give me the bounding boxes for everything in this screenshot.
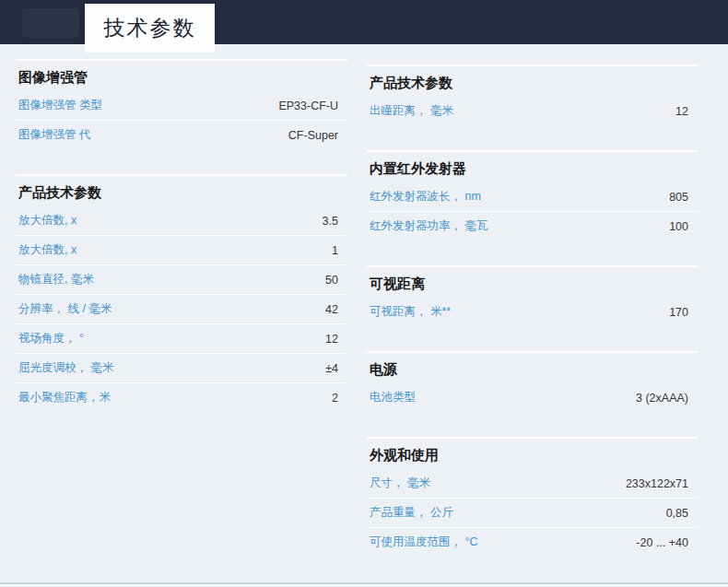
section-heading: 产品技术参数 xyxy=(18,182,347,202)
spec-label-link[interactable]: 图像增强管 类型 xyxy=(18,98,102,113)
spec-row: 视场角度， °12 xyxy=(16,323,347,353)
section-rows: 红外发射器波长， nm805红外发射器功率， 毫瓦100 xyxy=(367,182,698,241)
spec-row: 分辨率， 线 / 毫米42 xyxy=(16,294,347,323)
spec-label-link[interactable]: 放大倍数, x xyxy=(18,213,76,229)
section-rows: 尺寸， 毫米233x122x71产品重量， 公斤0,85可使用温度范围， °C-… xyxy=(367,469,698,557)
spec-label-link[interactable]: 可视距离， 米** xyxy=(370,304,451,320)
spec-row: 可使用温度范围， °C-20 ... +40 xyxy=(367,527,698,557)
spec-label-link[interactable]: 红外发射器功率， 毫瓦 xyxy=(370,218,487,234)
spec-value: 3.5 xyxy=(323,215,338,228)
spec-value: 805 xyxy=(669,191,688,204)
spec-value: 12 xyxy=(325,333,338,346)
spec-row: 物镜直径, 毫米50 xyxy=(16,264,347,294)
section-rows: 出瞳距离， 毫米12 xyxy=(367,97,698,125)
section-rows: 图像增强管 类型EP33-CF-U图像增强管 代CF-Super xyxy=(16,91,347,149)
footer-divider xyxy=(0,582,728,587)
spec-value: 170 xyxy=(669,306,688,319)
spec-row: 放大倍数, x1 xyxy=(16,235,347,264)
spec-page: 技术参数 图像增强管图像增强管 类型EP33-CF-U图像增强管 代CF-Sup… xyxy=(0,0,728,587)
spec-row: 尺寸， 毫米233x122x71 xyxy=(367,469,698,498)
page-title-tab: 技术参数 xyxy=(85,4,215,53)
page-title: 技术参数 xyxy=(104,14,196,42)
spec-value: 233x122x71 xyxy=(626,477,688,490)
spec-row: 放大倍数, x3.5 xyxy=(16,206,347,235)
spec-section: 电源电池类型3 (2xAAA) xyxy=(367,351,698,412)
spec-label-link[interactable]: 图像增强管 代 xyxy=(18,127,90,143)
section-heading: 外观和使用 xyxy=(370,445,698,464)
spec-row: 电池类型3 (2xAAA) xyxy=(367,383,698,412)
spec-value: EP33-CF-U xyxy=(278,100,338,112)
spec-label-link[interactable]: 可使用温度范围， °C xyxy=(370,534,478,550)
spec-value: 0,85 xyxy=(666,507,688,520)
specs-content: 图像增强管图像增强管 类型EP33-CF-U图像增强管 代CF-Super产品技… xyxy=(0,44,728,581)
section-rows: 电池类型3 (2xAAA) xyxy=(367,383,698,412)
spec-section: 产品技术参数出瞳距离， 毫米12 xyxy=(367,65,698,125)
spec-row: 红外发射器功率， 毫瓦100 xyxy=(367,211,698,241)
spec-label-link[interactable]: 电池类型 xyxy=(370,390,416,405)
section-heading: 可视距离 xyxy=(370,274,698,293)
spec-row: 图像增强管 代CF-Super xyxy=(16,120,347,149)
spec-value: 2 xyxy=(332,392,338,405)
spec-row: 屈光度调校， 毫米±4 xyxy=(16,353,347,382)
section-heading: 内置红外发射器 xyxy=(370,158,698,178)
spec-label-link[interactable]: 红外发射器波长， nm xyxy=(370,189,481,205)
spec-section: 图像增强管图像增强管 类型EP33-CF-U图像增强管 代CF-Super xyxy=(16,59,347,149)
header-bar: 技术参数 xyxy=(0,0,728,44)
spec-row: 最小聚焦距离，米2 xyxy=(16,382,347,412)
spec-label-link[interactable]: 物镜直径, 毫米 xyxy=(18,272,94,288)
spec-section: 可视距离可视距离， 米**170 xyxy=(367,265,698,326)
spec-label-link[interactable]: 放大倍数, x xyxy=(18,242,76,258)
spec-section: 内置红外发射器红外发射器波长， nm805红外发射器功率， 毫瓦100 xyxy=(367,150,698,241)
section-heading: 图像增强管 xyxy=(18,67,347,87)
spec-row: 红外发射器波长， nm805 xyxy=(367,182,698,211)
spec-value: 42 xyxy=(325,303,338,316)
spec-value: 3 (2xAAA) xyxy=(636,392,688,405)
section-rows: 可视距离， 米**170 xyxy=(367,298,698,326)
spec-value: 50 xyxy=(325,274,338,287)
spec-label-link[interactable]: 出瞳距离， 毫米 xyxy=(370,103,453,119)
spec-section: 外观和使用尺寸， 毫米233x122x71产品重量， 公斤0,85可使用温度范围… xyxy=(367,437,698,557)
spec-row: 可视距离， 米**170 xyxy=(367,298,698,326)
spec-row: 图像增强管 类型EP33-CF-U xyxy=(16,91,347,120)
specs-column-right: 产品技术参数出瞳距离， 毫米12内置红外发射器红外发射器波长， nm805红外发… xyxy=(367,65,698,581)
spec-value: ±4 xyxy=(325,362,338,375)
spec-row: 产品重量， 公斤0,85 xyxy=(367,498,698,527)
spec-value: CF-Super xyxy=(288,129,338,142)
spec-label-link[interactable]: 最小聚焦距离，米 xyxy=(18,390,111,405)
specs-column-left: 图像增强管图像增强管 类型EP33-CF-U图像增强管 代CF-Super产品技… xyxy=(16,59,347,581)
spec-section: 产品技术参数放大倍数, x3.5放大倍数, x1物镜直径, 毫米50分辨率， 线… xyxy=(16,174,347,412)
spec-label-link[interactable]: 视场角度， ° xyxy=(18,331,84,346)
section-heading: 产品技术参数 xyxy=(370,73,698,92)
spec-label-link[interactable]: 产品重量， 公斤 xyxy=(370,505,453,521)
spec-value: 1 xyxy=(332,244,338,257)
spec-label-link[interactable]: 屈光度调校， 毫米 xyxy=(18,360,113,376)
logo-watermark xyxy=(22,8,79,38)
spec-row: 出瞳距离， 毫米12 xyxy=(367,97,698,125)
section-rows: 放大倍数, x3.5放大倍数, x1物镜直径, 毫米50分辨率， 线 / 毫米4… xyxy=(16,206,347,412)
spec-value: -20 ... +40 xyxy=(636,536,688,549)
spec-label-link[interactable]: 分辨率， 线 / 毫米 xyxy=(18,301,112,317)
spec-value: 12 xyxy=(675,105,688,118)
spec-value: 100 xyxy=(669,220,688,233)
spec-label-link[interactable]: 尺寸， 毫米 xyxy=(370,475,430,491)
section-heading: 电源 xyxy=(370,359,698,379)
